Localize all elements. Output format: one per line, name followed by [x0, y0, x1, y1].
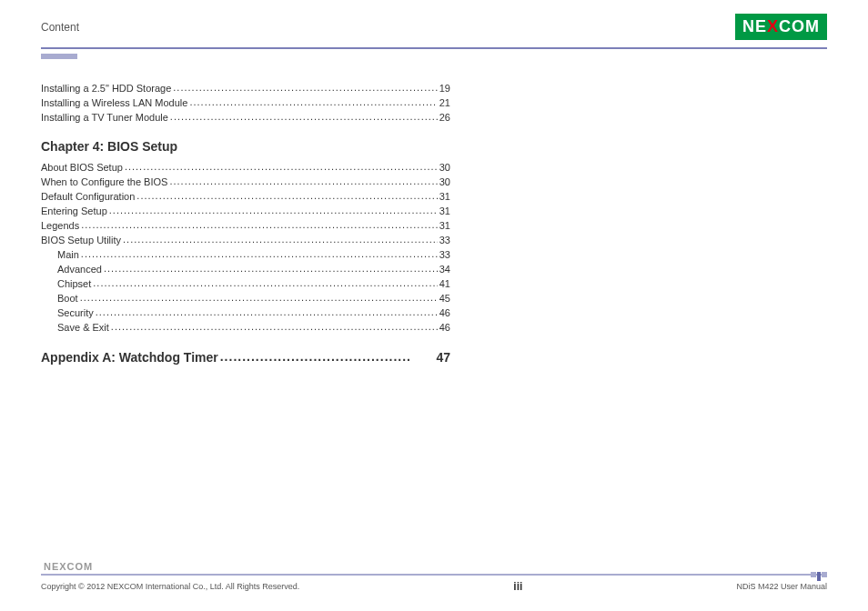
toc-entry-title: Installing a 2.5" HDD Storage: [41, 83, 171, 94]
toc-entry: When to Configure the BIOS30: [41, 175, 450, 187]
toc-entry-page: 34: [439, 264, 450, 275]
header-section-label: Content: [41, 21, 79, 34]
footer-row: Copyright © 2012 NEXCOM International Co…: [41, 580, 827, 593]
toc-entry: Main33: [41, 248, 450, 260]
toc-dots: [170, 111, 438, 121]
toc-entry: Security46: [41, 306, 450, 318]
toc-entry-page: 31: [439, 191, 450, 202]
toc-entry-page: 33: [439, 235, 450, 245]
toc-pre-chapter-group: Installing a 2.5" HDD Storage19Installin…: [41, 82, 450, 123]
toc-entry: Chipset41: [41, 277, 450, 289]
page-footer: NEXCOM Copyright © 2012 NEXCOM Internati…: [0, 574, 868, 593]
manual-name: NDiS M422 User Manual: [736, 582, 827, 591]
toc-entry: BIOS Setup Utility33: [41, 234, 450, 245]
appendix-dots: [220, 349, 435, 362]
toc-dots: [80, 292, 438, 302]
toc-entry-page: 30: [439, 176, 450, 187]
footer-decoration-icon: [810, 565, 827, 581]
toc-dots: [81, 219, 438, 229]
toc-dots: [81, 248, 438, 258]
header-divider: [41, 47, 827, 49]
toc-entry-title: Installing a Wireless LAN Module: [41, 97, 187, 108]
toc-entry-title: BIOS Setup Utility: [41, 235, 121, 245]
table-of-contents: Installing a 2.5" HDD Storage19Installin…: [0, 82, 491, 365]
toc-entry-page: 26: [439, 112, 450, 123]
nexcom-logo: NEXCOM: [735, 14, 827, 40]
toc-entry-page: 45: [439, 293, 450, 304]
toc-entry-page: 31: [439, 205, 450, 216]
toc-entry-title: Chipset: [57, 278, 91, 289]
appendix-a-title: Appendix A: Watchdog Timer: [41, 350, 218, 365]
footer-divider: NEXCOM: [41, 574, 827, 576]
toc-chapter-4-group: About BIOS Setup30When to Configure the …: [41, 161, 450, 333]
copyright-text: Copyright © 2012 NEXCOM International Co…: [41, 582, 299, 591]
toc-entry-page: 41: [439, 278, 450, 289]
appendix-a-line: Appendix A: Watchdog Timer 47: [41, 349, 450, 365]
toc-entry-title: Boot: [57, 293, 78, 304]
toc-entry-page: 30: [439, 162, 450, 173]
toc-entry-title: Installing a TV Tuner Module: [41, 112, 168, 123]
toc-entry: Save & Exit46: [41, 321, 450, 333]
toc-entry-title: When to Configure the BIOS: [41, 176, 167, 187]
toc-entry-title: About BIOS Setup: [41, 162, 123, 173]
toc-entry-page: 31: [439, 220, 450, 231]
toc-dots: [173, 82, 437, 92]
toc-entry-page: 21: [439, 97, 450, 108]
toc-dots: [189, 96, 437, 106]
toc-dots: [93, 277, 437, 287]
toc-dots: [104, 263, 438, 273]
toc-entry: Boot45: [41, 292, 450, 304]
chapter-4-heading: Chapter 4: BIOS Setup: [41, 139, 450, 154]
toc-entry: Entering Setup31: [41, 205, 450, 216]
toc-entry-page: 46: [439, 322, 450, 333]
toc-dots: [96, 306, 438, 316]
toc-entry-title: Advanced: [57, 264, 102, 275]
toc-entry-title: Default Configuration: [41, 191, 135, 202]
toc-entry-title: Security: [57, 307, 94, 318]
toc-dots: [123, 234, 438, 244]
toc-entry: Installing a Wireless LAN Module21: [41, 96, 450, 108]
page-number: iii: [513, 580, 522, 593]
toc-entry-page: 19: [439, 83, 450, 94]
toc-dots: [111, 321, 438, 331]
toc-entry-page: 46: [439, 307, 450, 318]
toc-entry: Legends31: [41, 219, 450, 231]
page-header: Content NEXCOM: [0, 0, 868, 47]
header-accent-bar: [41, 54, 77, 59]
toc-entry-page: 33: [439, 249, 450, 260]
toc-entry-title: Save & Exit: [57, 322, 109, 333]
footer-logo: NEXCOM: [44, 561, 93, 572]
toc-entry: Default Configuration31: [41, 190, 450, 202]
toc-entry-title: Main: [57, 249, 79, 260]
toc-dots: [109, 205, 438, 215]
toc-dots: [136, 190, 437, 200]
toc-entry-title: Entering Setup: [41, 205, 107, 216]
toc-dots: [169, 175, 437, 185]
toc-dots: [125, 161, 438, 171]
toc-entry: Installing a TV Tuner Module26: [41, 111, 450, 123]
toc-entry-title: Legends: [41, 220, 79, 231]
appendix-a-page: 47: [436, 350, 450, 365]
toc-entry: Advanced34: [41, 263, 450, 275]
toc-entry: About BIOS Setup30: [41, 161, 450, 173]
toc-entry: Installing a 2.5" HDD Storage19: [41, 82, 450, 94]
